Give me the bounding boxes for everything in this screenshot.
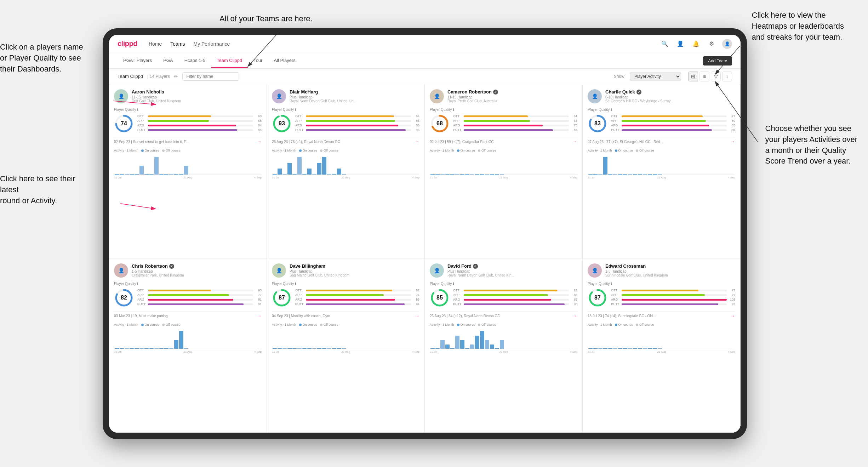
player-name[interactable]: Blair McHarg — [290, 89, 419, 95]
quality-section: 87 OTT 82 APP 74 ARG — [272, 288, 419, 308]
settings-icon[interactable]: ⚙ — [707, 39, 716, 49]
tab-tour[interactable]: Tour — [248, 53, 268, 68]
player-handicap: 1-5 Handicap — [605, 269, 735, 273]
latest-round[interactable]: 07 Aug 23 | 77 (+7), St George's Hill GC… — [588, 137, 735, 146]
activity-title: Activity · 1 Month — [430, 323, 454, 326]
latest-round[interactable]: 02 Jul 23 | 59 (+17), Craigmillar Park G… — [430, 137, 577, 146]
latest-round[interactable]: 26 Aug 23 | 84 (+12), Royal North Devon … — [430, 311, 577, 320]
legend-on-course: On course — [299, 323, 318, 326]
sort-icon[interactable]: ↕ — [722, 72, 732, 81]
latest-round-text: 03 Mar 23 | 19, Must make putting — [114, 314, 168, 318]
bar-label: APP — [611, 293, 620, 297]
chart-bar — [608, 348, 612, 349]
latest-round[interactable]: 03 Mar 23 | 19, Must make putting → — [114, 311, 262, 320]
bar-fill — [464, 125, 543, 126]
chart-bar — [297, 157, 302, 175]
player-card: 👤 Edward Crossman 1-5 Handicap Sunningda… — [583, 258, 741, 433]
search-icon[interactable]: 🔍 — [660, 39, 670, 49]
chart-label: 21 Aug — [341, 350, 350, 353]
activity-title: Activity · 1 Month — [588, 323, 612, 326]
player-name[interactable]: Dave Billingham — [290, 263, 419, 269]
verified-icon: ✓ — [169, 264, 174, 269]
nav-link-myperformance[interactable]: My Performance — [193, 40, 230, 48]
chart-bar — [135, 174, 139, 175]
chart-bar — [593, 348, 598, 349]
quality-label: Player Quality ℹ — [588, 108, 735, 112]
quality-circle[interactable]: 93 — [272, 114, 292, 133]
tab-pga[interactable]: PGA — [158, 53, 178, 68]
quality-section: 82 OTT 60 APP 77 ARG — [114, 288, 262, 308]
player-avatar: 👤 — [430, 89, 444, 103]
chart-labels: 31 Jul21 Aug4 Sep — [588, 176, 735, 179]
quality-bars: OTT 77 APP 80 ARG 83 PU — [611, 114, 735, 133]
activity-title: Activity · 1 Month — [588, 149, 612, 152]
bar-value: 63 — [570, 119, 577, 123]
quality-bar-row: APP 58 — [137, 119, 262, 123]
user-icon[interactable]: 👤 — [675, 39, 685, 49]
latest-round[interactable]: 26 Aug 23 | 73 (+1), Royal North Devon G… — [272, 137, 419, 146]
on-course-dot — [457, 149, 459, 152]
activity-title: Activity · 1 Month — [272, 149, 296, 152]
latest-round-text: 26 Aug 23 | 84 (+12), Royal North Devon … — [430, 314, 500, 318]
quality-circle[interactable]: 87 — [272, 288, 292, 308]
chart-bar — [633, 348, 637, 349]
bar-fill — [464, 115, 528, 117]
avatar[interactable]: 👤 — [722, 39, 732, 49]
chart-bar — [130, 174, 134, 175]
add-team-button[interactable]: Add Team — [703, 56, 732, 66]
bar-track — [306, 303, 411, 305]
chart-bar — [440, 174, 445, 175]
edit-icon[interactable]: ✏ — [174, 74, 178, 79]
quality-circle[interactable]: 74 — [114, 114, 134, 133]
player-name[interactable]: Aaron Nicholls — [132, 89, 262, 95]
player-name[interactable]: David Ford ✓ — [447, 263, 577, 269]
player-name[interactable]: Cameron Robertson ✓ — [447, 89, 577, 95]
quality-number: 68 — [436, 120, 443, 127]
quality-circle[interactable]: 87 — [588, 288, 607, 308]
quality-circle[interactable]: 82 — [114, 288, 134, 308]
chart-bar — [292, 348, 297, 349]
latest-round[interactable]: 02 Sep 23 | Sunset round to get back int… — [114, 137, 262, 146]
latest-round[interactable]: 04 Sep 23 | Mobility with coach, Gym → — [272, 311, 419, 320]
latest-round[interactable]: 18 Jul 23 | 74 (+4), Sunningdale GC - Ol… — [588, 311, 735, 320]
quality-bar-row: APP 63 — [453, 119, 577, 123]
activity-legend: On course Off course — [299, 149, 338, 152]
bar-fill — [464, 290, 557, 291]
toolbar: Team Clippd | 14 Players ✏ Show: Player … — [109, 69, 741, 84]
quality-bar-row: PUTT 95 — [295, 128, 419, 132]
player-name[interactable]: Chris Robertson ✓ — [132, 263, 262, 269]
chart-bar — [149, 174, 154, 175]
quality-circle[interactable]: 85 — [430, 288, 450, 308]
quality-circle[interactable]: 68 — [430, 114, 450, 133]
chart-bar — [460, 340, 464, 349]
show-select[interactable]: Player Activity Quality Score Trend — [630, 72, 681, 81]
tab-all-players[interactable]: All Players — [268, 53, 301, 68]
chart-area — [272, 154, 419, 175]
quality-bars: OTT 82 APP 74 ARG 85 PU — [295, 289, 419, 307]
quality-circle[interactable]: 83 — [588, 114, 607, 133]
player-card: 👤 Chris Robertson ✓ 1-5 Handicap Craigmi… — [109, 258, 267, 433]
chart-bar — [164, 348, 169, 349]
bar-label: ARG — [611, 298, 620, 301]
bar-label: OTT — [295, 114, 304, 118]
nav-link-teams[interactable]: Teams — [170, 40, 185, 48]
nav-link-home[interactable]: Home — [149, 40, 162, 48]
legend-on-course: On course — [141, 323, 160, 326]
chart-bar — [135, 348, 139, 349]
list-view-icon[interactable]: ≡ — [699, 72, 709, 81]
bar-fill — [148, 299, 233, 301]
tab-hcaps[interactable]: Hcaps 1-5 — [179, 53, 211, 68]
player-name[interactable]: Charlie Quick ✓ — [605, 89, 735, 95]
on-course-label: On course — [145, 323, 160, 326]
tab-pgat-players[interactable]: PGAT Players — [118, 53, 158, 68]
filter-icon[interactable]: ▽ — [711, 72, 721, 81]
chart-bar — [317, 163, 321, 175]
bell-icon[interactable]: 🔔 — [691, 39, 701, 49]
player-name[interactable]: Edward Crossman — [605, 263, 735, 269]
bar-value: 96 — [570, 302, 577, 306]
filter-input[interactable] — [182, 72, 239, 81]
grid-view-icon[interactable]: ⊞ — [688, 72, 698, 81]
chart-bar — [445, 174, 450, 175]
quality-bar-row: ARG 75 — [453, 124, 577, 127]
tab-team-clippd[interactable]: Team Clippd — [211, 53, 248, 68]
